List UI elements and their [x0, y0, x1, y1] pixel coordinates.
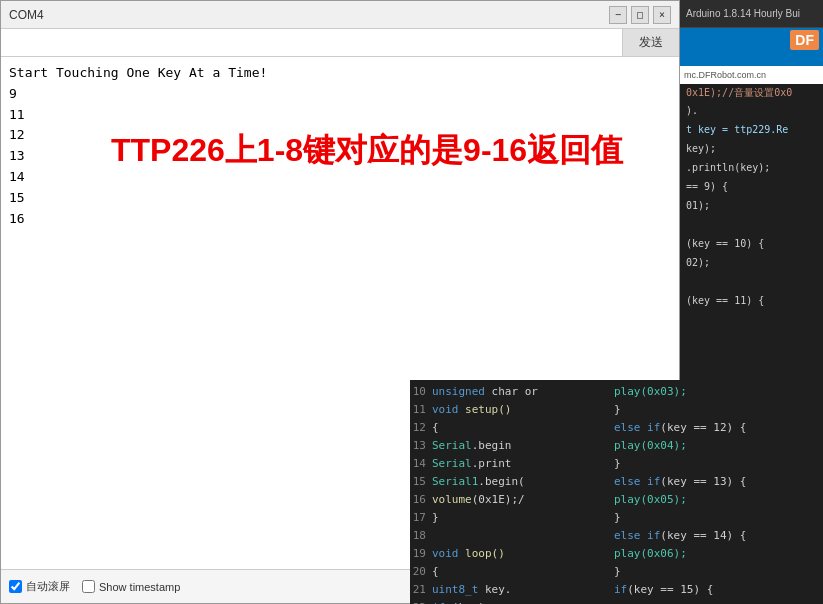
ide-title: Arduino 1.8.14 Hourly Bui	[686, 8, 800, 19]
df-badge: DF	[790, 30, 819, 50]
code-line-b7: play(0x05);	[610, 490, 823, 508]
output-line-1: Start Touching One Key At a Time!	[9, 63, 671, 84]
cl5: 14 Serial.print	[410, 454, 610, 472]
autoscroll-label[interactable]: 自动滚屏	[9, 579, 70, 594]
minimize-button[interactable]: −	[609, 6, 627, 24]
ide-code-left: 10 unsigned char or 11 void setup() 12 {…	[410, 380, 610, 604]
output-line-8: 16	[9, 209, 671, 230]
cl4: 13 Serial.begin	[410, 436, 610, 454]
code-line-b4: play(0x04);	[610, 436, 823, 454]
code-line-play02: 02);	[680, 257, 823, 276]
cl6: 15 Serial1.begin(	[410, 472, 610, 490]
input-bar: 发送	[1, 29, 679, 57]
cl11: 20 {	[410, 562, 610, 580]
code-line-blank2	[680, 276, 823, 295]
code-line-println: .println(key);	[680, 162, 823, 181]
code-line-b3: else if (key == 12) {	[610, 418, 823, 436]
code-line-key2: key);	[680, 143, 823, 162]
title-bar-buttons: − □ ×	[609, 6, 671, 24]
autoscroll-checkbox[interactable]	[9, 580, 22, 593]
output-line-3: 11	[9, 105, 671, 126]
maximize-button[interactable]: □	[631, 6, 649, 24]
title-bar-left: COM4	[9, 8, 44, 22]
code-line-b12: if (key == 15) {	[610, 580, 823, 598]
code-line-b8: }	[610, 508, 823, 526]
cl8: 17 }	[410, 508, 610, 526]
url-bar: mc.DFRobot.com.cn	[680, 66, 823, 84]
send-button[interactable]: 发送	[622, 29, 679, 56]
timestamp-label[interactable]: Show timestamp	[82, 580, 180, 593]
code-line-play01: 01);	[680, 200, 823, 219]
code-line-comment: 0x1E);//音量设置0x0	[680, 86, 823, 105]
cl12: 21 uint8_t key.	[410, 580, 610, 598]
code-line-b10: play(0x06);	[610, 544, 823, 562]
cl10: 19 void loop()	[410, 544, 610, 562]
arduino-ide-panel: Arduino 1.8.14 Hourly Bui DF mc.DFRobot.…	[680, 0, 823, 380]
code-line-if9: == 9) {	[680, 181, 823, 200]
ide-code-bottom: play(0x03); } else if (key == 12) { play…	[610, 380, 823, 604]
output-line-2: 9	[9, 84, 671, 105]
ide-url: mc.DFRobot.com.cn	[684, 70, 766, 80]
code-line-if10: (key == 10) {	[680, 238, 823, 257]
close-button[interactable]: ×	[653, 6, 671, 24]
cl9: 18	[410, 526, 610, 544]
cl7: 16 volume(0x1E);/	[410, 490, 610, 508]
code-line-b6: else if (key == 13) {	[610, 472, 823, 490]
window-title: COM4	[9, 8, 44, 22]
output-line-7: 15	[9, 188, 671, 209]
code-line-b5: }	[610, 454, 823, 472]
overlay-annotation-text: TTP226上1-8键对应的是9-16返回值	[111, 125, 623, 176]
code-line-paren: ).	[680, 105, 823, 124]
code-line-b1: play(0x03);	[610, 382, 823, 400]
code-line-b11: }	[610, 562, 823, 580]
serial-input[interactable]	[1, 29, 622, 56]
code-line-blank1	[680, 219, 823, 238]
cl3: 12 {	[410, 418, 610, 436]
code-line-b9: else if (key == 14) {	[610, 526, 823, 544]
code-line-key-decl: t key = ttp229.Re	[680, 124, 823, 143]
cl13: 22 if (key)	[410, 598, 610, 604]
cl1: 10 unsigned char or	[410, 382, 610, 400]
code-line-if11: (key == 11) {	[680, 295, 823, 314]
title-bar: COM4 − □ ×	[1, 1, 679, 29]
timestamp-checkbox[interactable]	[82, 580, 95, 593]
code-line-b2: }	[610, 400, 823, 418]
cl2: 11 void setup()	[410, 400, 610, 418]
ide-code-top: 0x1E);//音量设置0x0 ). t key = ttp229.Re key…	[680, 84, 823, 316]
